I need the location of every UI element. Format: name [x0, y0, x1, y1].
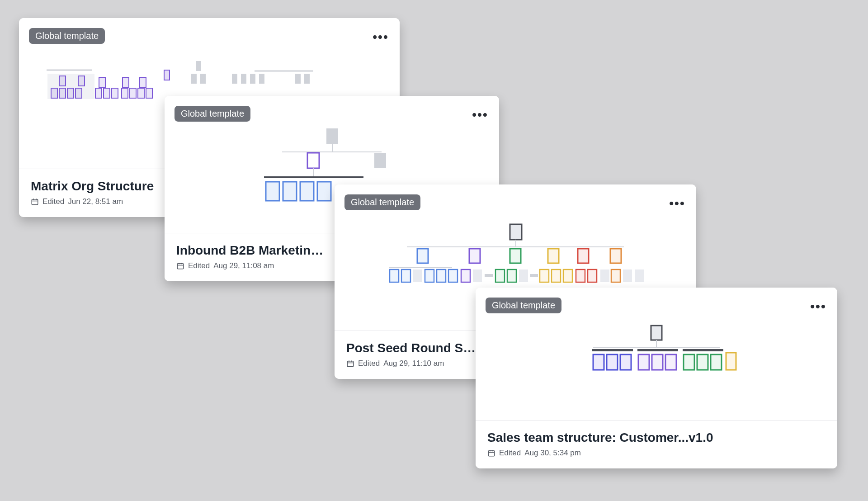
svg-rect-16 [59, 88, 66, 98]
svg-rect-33 [326, 128, 338, 144]
svg-rect-26 [138, 88, 144, 98]
svg-rect-97 [697, 354, 708, 370]
svg-rect-99 [726, 353, 736, 370]
svg-rect-8 [295, 74, 301, 84]
svg-rect-65 [473, 269, 482, 282]
svg-rect-79 [635, 269, 644, 282]
svg-rect-24 [123, 77, 129, 87]
svg-rect-78 [623, 269, 632, 282]
edited-label: Edited [42, 197, 64, 206]
svg-rect-91 [607, 354, 618, 370]
svg-rect-54 [548, 249, 559, 263]
svg-rect-90 [593, 354, 604, 370]
global-template-badge: Global template [486, 298, 561, 313]
svg-rect-88 [637, 349, 678, 351]
svg-rect-41 [283, 182, 297, 201]
svg-rect-59 [401, 269, 410, 282]
edited-timestamp: Aug 29, 11:10 am [383, 359, 444, 368]
svg-rect-60 [413, 269, 422, 282]
svg-rect-15 [51, 88, 57, 98]
more-horizontal-icon: ••• [472, 108, 488, 122]
edited-label: Edited [358, 359, 380, 368]
svg-rect-92 [620, 354, 631, 370]
svg-rect-70 [530, 274, 538, 277]
global-template-badge: Global template [175, 106, 250, 122]
more-horizontal-icon: ••• [810, 299, 826, 314]
svg-rect-73 [563, 269, 572, 282]
svg-rect-37 [374, 153, 386, 168]
svg-rect-42 [300, 182, 314, 201]
svg-rect-13 [59, 76, 66, 86]
svg-rect-76 [600, 269, 609, 282]
svg-rect-71 [540, 269, 549, 282]
svg-rect-66 [485, 274, 493, 277]
svg-rect-40 [266, 182, 279, 201]
svg-rect-93 [638, 354, 649, 370]
svg-rect-72 [552, 269, 561, 282]
svg-rect-87 [592, 349, 633, 351]
svg-rect-17 [67, 88, 74, 98]
svg-rect-100 [488, 451, 495, 456]
svg-rect-53 [510, 249, 521, 263]
more-options-button[interactable]: ••• [372, 28, 390, 46]
svg-rect-5 [241, 74, 246, 84]
svg-rect-68 [507, 269, 516, 282]
svg-rect-2 [191, 74, 197, 84]
more-options-button[interactable]: ••• [471, 106, 489, 124]
svg-rect-63 [448, 269, 458, 282]
svg-rect-28 [146, 88, 152, 98]
template-meta: Edited Aug 30, 5:34 pm [487, 449, 826, 458]
global-template-badge: Global template [29, 28, 105, 44]
template-title: Sales team structure: Customer...v1.0 [487, 430, 826, 445]
calendar-icon [487, 449, 495, 457]
edited-label: Edited [188, 261, 210, 270]
svg-rect-1 [164, 70, 170, 80]
svg-rect-29 [32, 199, 38, 205]
svg-rect-58 [390, 269, 399, 282]
svg-rect-61 [425, 269, 434, 282]
svg-rect-84 [651, 326, 662, 340]
svg-rect-89 [683, 349, 723, 351]
svg-rect-3 [200, 74, 206, 84]
more-horizontal-icon: ••• [669, 196, 685, 211]
svg-rect-55 [578, 249, 589, 263]
svg-rect-52 [469, 249, 480, 263]
template-card[interactable]: Global template ••• [476, 288, 837, 468]
svg-rect-36 [307, 153, 319, 168]
svg-rect-20 [104, 88, 110, 98]
svg-rect-14 [78, 76, 85, 86]
svg-rect-25 [130, 88, 136, 98]
calendar-icon [31, 198, 39, 206]
svg-rect-43 [317, 182, 331, 201]
svg-rect-96 [684, 354, 694, 370]
svg-rect-21 [112, 88, 118, 98]
edited-label: Edited [499, 449, 521, 458]
more-horizontal-icon: ••• [373, 30, 388, 44]
svg-rect-80 [347, 361, 354, 367]
svg-rect-4 [232, 74, 237, 84]
calendar-icon [346, 359, 354, 368]
more-options-button[interactable]: ••• [668, 194, 686, 213]
svg-rect-7 [259, 74, 264, 84]
more-options-button[interactable]: ••• [809, 298, 827, 316]
svg-rect-75 [588, 269, 597, 282]
svg-rect-18 [75, 88, 82, 98]
svg-rect-74 [576, 269, 585, 282]
svg-rect-0 [196, 61, 201, 71]
template-title: Inbound B2B Marketing Or [176, 243, 330, 258]
svg-rect-95 [665, 354, 676, 370]
svg-rect-6 [250, 74, 255, 84]
template-preview: Global template ••• [476, 288, 837, 421]
svg-rect-64 [461, 269, 470, 282]
edited-timestamp: Aug 29, 11:08 am [213, 261, 274, 270]
org-chart-preview-icon [539, 323, 774, 395]
svg-rect-48 [510, 224, 522, 240]
svg-rect-69 [519, 269, 528, 282]
template-title: Post Seed Round SaaS [346, 341, 477, 355]
svg-rect-56 [610, 249, 621, 263]
calendar-icon [176, 262, 184, 270]
svg-rect-19 [95, 88, 102, 98]
edited-timestamp: Aug 30, 5:34 pm [524, 449, 581, 458]
edited-timestamp: Jun 22, 8:51 am [68, 197, 123, 206]
global-template-badge: Global template [344, 194, 420, 210]
